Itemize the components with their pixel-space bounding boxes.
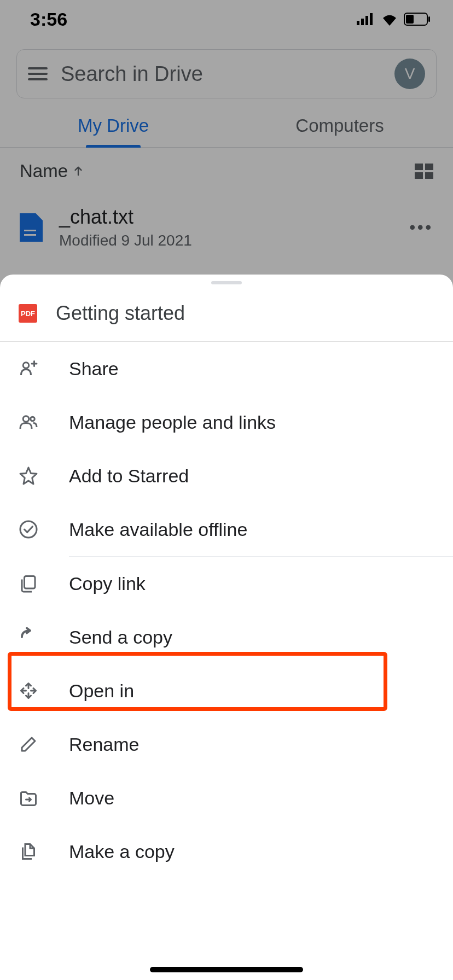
offline-icon: [19, 520, 38, 539]
home-indicator[interactable]: [150, 967, 303, 972]
star-icon: [19, 466, 38, 486]
copy-link-icon: [19, 574, 38, 593]
send-copy-label: Send a copy: [69, 627, 434, 648]
sheet-item-manage-people[interactable]: Manage people and links: [0, 395, 453, 449]
sheet-item-star[interactable]: Add to Starred: [0, 449, 453, 503]
people-icon: [19, 412, 38, 432]
move-label: Move: [69, 788, 434, 809]
make-copy-icon: [19, 842, 38, 861]
sheet-item-rename[interactable]: Rename: [0, 718, 453, 771]
sheet-item-share[interactable]: Share: [0, 342, 453, 395]
svg-point-14: [20, 521, 37, 538]
bottom-sheet: PDF Getting started Share Manage people …: [0, 275, 453, 980]
sheet-header: PDF Getting started: [0, 289, 453, 342]
sheet-handle[interactable]: [211, 281, 242, 284]
sheet-item-send-copy[interactable]: Send a copy: [0, 610, 453, 664]
open-in-label: Open in: [69, 680, 434, 702]
rename-label: Rename: [69, 734, 434, 755]
rename-icon: [19, 734, 38, 754]
pdf-icon: PDF: [19, 304, 37, 323]
copy-link-label: Copy link: [69, 573, 434, 594]
make-copy-label: Make a copy: [69, 841, 434, 862]
svg-point-11: [23, 363, 29, 369]
share-icon: [19, 359, 38, 378]
send-icon: [19, 627, 38, 647]
share-label: Share: [69, 358, 434, 380]
open-in-icon: [19, 681, 38, 701]
sheet-item-make-copy[interactable]: Make a copy: [0, 825, 453, 878]
manage-label: Manage people and links: [69, 412, 434, 433]
star-label: Add to Starred: [69, 465, 434, 487]
svg-point-13: [31, 417, 35, 421]
sheet-item-offline[interactable]: Make available offline: [0, 503, 453, 556]
sheet-item-open-in[interactable]: Open in: [0, 664, 453, 718]
sheet-item-move[interactable]: Move: [0, 771, 453, 825]
sheet-item-copy-link[interactable]: Copy link: [0, 557, 453, 610]
sheet-title: Getting started: [56, 302, 185, 325]
offline-label: Make available offline: [69, 519, 434, 540]
svg-rect-15: [25, 576, 36, 589]
svg-point-12: [23, 416, 29, 422]
move-icon: [19, 788, 38, 808]
